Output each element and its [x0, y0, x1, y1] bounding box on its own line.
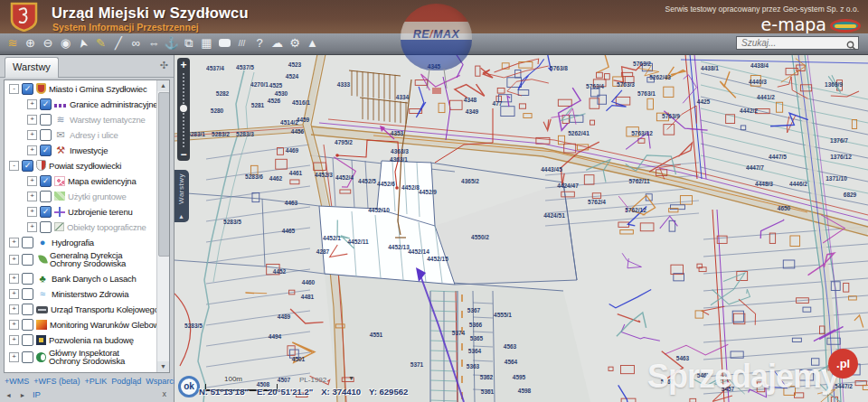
layer-checkbox[interactable]	[22, 304, 33, 315]
layer-checkbox[interactable]: ✓	[40, 175, 52, 187]
zoom-slider[interactable]: + −	[177, 58, 190, 161]
layer-label[interactable]: Generalna Dyrekcja Ochrony Środowiska	[50, 251, 153, 267]
layer-label[interactable]: Hydrografia	[52, 238, 94, 247]
layer-label[interactable]: Ministerstwo Zdrowia	[52, 290, 128, 298]
layer-checkbox[interactable]: ✓	[40, 145, 52, 156]
route-icon[interactable]: ⇔	[145, 34, 163, 52]
expand-node-icon[interactable]: +	[27, 192, 37, 201]
expand-node-icon[interactable]: +	[9, 255, 19, 265]
grid-icon[interactable]: ▦	[198, 34, 216, 52]
anchor-icon[interactable]: ⚓	[163, 34, 181, 52]
parcel-label: 4441/2	[757, 94, 775, 100]
layer-label[interactable]: Mapa ewidencyjna	[68, 177, 137, 185]
expand-node-icon[interactable]: +	[9, 352, 19, 362]
expand-node-icon[interactable]: +	[27, 130, 37, 140]
layer-checkbox[interactable]	[22, 351, 33, 363]
zoom-in-icon[interactable]: ⊕	[22, 34, 40, 52]
search-input[interactable]	[736, 36, 859, 50]
layer-checkbox[interactable]	[40, 221, 52, 233]
layer-label[interactable]: Granice administracyjne	[70, 100, 157, 108]
expand-node-icon[interactable]: +	[27, 222, 37, 232]
zoom-knob[interactable]	[180, 105, 187, 112]
layer-checkbox[interactable]	[40, 191, 52, 202]
panel-collapse-icon[interactable]: ✣	[160, 60, 168, 71]
layer-checkbox[interactable]	[40, 129, 52, 141]
measure-pin-icon[interactable]: ✎	[92, 34, 110, 52]
comment-icon[interactable]	[215, 34, 233, 52]
layer-checkbox[interactable]	[22, 288, 33, 300]
parcel-label: 4349	[466, 108, 478, 115]
layer-row: +Główny Inspektorat Ochrony Środowiska	[5, 349, 169, 368]
scroll-thumb[interactable]	[158, 92, 170, 257]
scroll-down-icon[interactable]: ▼	[157, 361, 169, 372]
hatch-icon[interactable]: ///	[233, 34, 251, 52]
expand-node-icon[interactable]: +	[9, 304, 19, 314]
crs-caret-icon[interactable]: ▼	[348, 375, 354, 381]
expand-node-icon[interactable]: +	[27, 115, 37, 125]
expand-node-icon[interactable]: +	[27, 145, 37, 155]
layer-label[interactable]: Urząd Transportu Kolejowego	[51, 305, 159, 313]
panel-link[interactable]: +WMS	[5, 377, 29, 386]
layer-label[interactable]: Inwestycje	[70, 146, 108, 154]
parcel-label: 4448/3	[755, 181, 773, 187]
expand-node-icon[interactable]: +	[27, 176, 37, 186]
settings-icon[interactable]: ⚙	[286, 34, 304, 52]
layer-checkbox[interactable]: ✓	[22, 160, 33, 172]
collapse-node-icon[interactable]: -	[9, 84, 19, 94]
download-icon[interactable]: ☁	[269, 34, 287, 52]
draw-line-icon[interactable]: ╱	[109, 34, 127, 52]
layers-side-tab[interactable]: Warstwy ▲	[175, 170, 189, 222]
layer-label[interactable]: Uzbrojenie terenu	[68, 208, 133, 216]
tree-scrollbar[interactable]: ▲▼	[156, 80, 169, 372]
layer-checkbox[interactable]	[22, 254, 33, 266]
ip-link[interactable]: IP	[33, 389, 41, 399]
panel-link[interactable]: Podgląd	[111, 377, 141, 386]
layer-label[interactable]: Miasto i Gmina Szydłowiec	[49, 85, 147, 93]
layer-checkbox[interactable]	[22, 273, 33, 285]
layer-label[interactable]: Powiat szydłowiecki	[49, 162, 121, 170]
layer-label[interactable]: Obiekty topograficzne	[67, 223, 146, 231]
layer-label[interactable]: Monitoring Warunków Glebowych	[50, 321, 170, 329]
expand-node-icon[interactable]: +	[9, 335, 19, 345]
help-icon[interactable]: ?	[250, 34, 269, 52]
expand-node-icon[interactable]: +	[9, 238, 19, 248]
panel-link[interactable]: +PLIK	[85, 377, 108, 386]
layer-label[interactable]: Użytki gruntowe	[68, 192, 127, 201]
expand-node-icon[interactable]: +	[9, 274, 19, 284]
layer-checkbox[interactable]: ✓	[22, 83, 33, 95]
parcel-label: 6829	[844, 192, 856, 198]
expand-node-icon[interactable]: +	[9, 289, 19, 299]
layer-label[interactable]: Główny Inspektorat Ochrony Środowiska	[49, 349, 152, 365]
layer-label[interactable]: Adresy i ulice	[70, 131, 118, 139]
layer-checkbox[interactable]	[22, 334, 33, 346]
layer-checkbox[interactable]	[22, 237, 33, 248]
expand-node-icon[interactable]: +	[27, 207, 37, 217]
print-sail-icon[interactable]: ▲	[304, 34, 322, 52]
layer-label[interactable]: Warstwy tematyczne	[70, 116, 146, 124]
expand-node-icon[interactable]: +	[9, 320, 19, 330]
panel-close-icon[interactable]: x	[163, 389, 167, 398]
zoom-out-icon[interactable]: ⊖	[39, 34, 57, 52]
panel-link[interactable]: +WFS (beta)	[33, 377, 80, 386]
layer-checkbox[interactable]	[22, 319, 33, 331]
parcel-label: 1369/9	[825, 81, 843, 88]
map-canvas[interactable]: 4537/44537/5452345244270/145254530452645…	[175, 54, 868, 402]
layer-checkbox[interactable]	[40, 114, 52, 126]
collapse-node-icon[interactable]: -	[9, 161, 19, 171]
scroll-up-icon[interactable]: ▲	[157, 80, 169, 91]
expand-node-icon[interactable]: +	[27, 99, 37, 109]
layer-label[interactable]: Pozwolenia na budowę	[49, 336, 134, 344]
link-icon[interactable]: ∞	[127, 34, 146, 52]
layer-label[interactable]: Bank Danych o Lasach	[52, 275, 137, 283]
zoom-out-control[interactable]: −	[177, 148, 190, 161]
layer-checkbox[interactable]: ✓	[40, 206, 52, 218]
ok-button[interactable]: ok	[178, 376, 200, 397]
layers-icon[interactable]: ≋	[4, 34, 22, 52]
pager-next-icon[interactable]: ►	[19, 392, 25, 398]
pager-prev-icon[interactable]: ◄	[5, 392, 12, 398]
search-icon[interactable]	[846, 38, 856, 48]
tab-warstwy[interactable]: Warstwy	[5, 57, 59, 78]
copy-map-icon[interactable]: ⧉	[180, 34, 198, 52]
zoom-in-control[interactable]: +	[177, 59, 190, 71]
layer-checkbox[interactable]: ✓	[40, 98, 52, 110]
